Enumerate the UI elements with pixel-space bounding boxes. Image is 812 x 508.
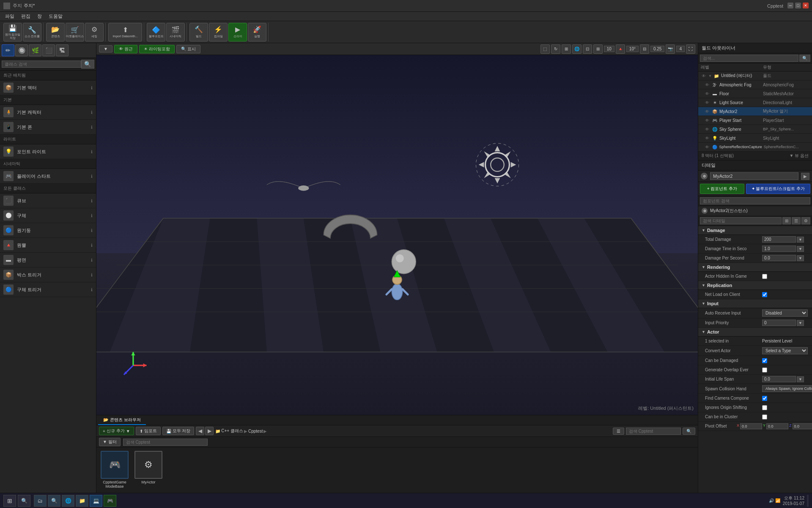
cylinder-info[interactable]: ℹ (91, 228, 93, 233)
nav-back-button[interactable]: ◀ (196, 427, 204, 435)
close-button[interactable]: ✕ (803, 3, 809, 8)
pivot-x-input[interactable] (740, 423, 762, 429)
outliner-item-untitled[interactable]: 👁 ▼ 📁 Untitled (에디터) 폴드 (698, 72, 812, 80)
visibility-player-start[interactable]: 👁 (704, 117, 710, 123)
section-actor[interactable]: ▼ Actor (698, 328, 812, 337)
place-item-cone[interactable]: 🔺 원뿔 ℹ (0, 238, 96, 253)
mode-foliage-button[interactable]: ⬛ (42, 44, 55, 56)
view-options-button[interactable]: ▼ 뷰 옵션 (790, 153, 809, 159)
import-button[interactable]: ⬆ 임포트 (136, 427, 161, 435)
outliner-item-skylight[interactable]: 👁 💡 SkyLight SkyLight (698, 134, 812, 143)
menu-edit[interactable]: 편집 (18, 12, 34, 20)
visibility-sphere-reflection[interactable]: 👁 (704, 144, 710, 150)
rotate-button[interactable]: ↻ (551, 44, 560, 54)
import-datasmith-button[interactable]: ⬆ Import Datasmith... (108, 23, 142, 41)
marketplace-button[interactable]: 🛒 마켓플레이스 (66, 23, 84, 41)
place-item-character[interactable]: 🧍 기본 캐릭터 ℹ (0, 105, 96, 120)
search-button[interactable]: 🔍 (18, 495, 30, 507)
source-control-button[interactable]: 🔧 소스 컨트롤 (23, 23, 41, 41)
section-rendering[interactable]: ▼ Rendering (698, 263, 812, 272)
initial-life-span-spinner[interactable]: ▼ (797, 376, 804, 382)
pawn-info[interactable]: ℹ (91, 125, 93, 130)
details-grid-view[interactable]: ⊞ (782, 217, 791, 224)
can-be-damaged-checkbox[interactable] (762, 358, 767, 363)
scale-snap-toggle[interactable]: ⊟ (640, 44, 649, 54)
tab-content-browser[interactable]: 📂 콘텐츠 브라우저 (98, 416, 146, 425)
new-asset-button[interactable]: + 신규 추가 ▼ (99, 427, 134, 435)
add-component-button[interactable]: + 컴포넌트 추가 (700, 184, 744, 194)
menu-file[interactable]: 파일 (2, 12, 18, 20)
expand-arrow-untitled[interactable]: ▼ (708, 74, 712, 78)
character-info[interactable]: ℹ (91, 110, 93, 115)
place-item-pawn[interactable]: 📱 기본 폰 ℹ (0, 120, 96, 135)
point-light-info[interactable]: ℹ (91, 149, 93, 154)
toggle-sources-button[interactable]: ☰ (613, 428, 624, 435)
place-item-cylinder[interactable]: 🔵 원기둥 ℹ (0, 223, 96, 238)
menu-help[interactable]: 도움말 (45, 12, 66, 20)
outliner-item-sphere-reflection[interactable]: 👁 🔵 SphereReflectionCapture SphereReflec… (698, 143, 812, 152)
details-list-view[interactable]: ☰ (792, 217, 801, 224)
viewport[interactable]: 레벨: Untitled (퍼시스턴트) (96, 55, 698, 415)
viewport-dropdown-button[interactable]: ▼ (99, 45, 112, 52)
auto-receive-select[interactable]: Disabled (762, 309, 808, 317)
cinematic-button[interactable]: 🎬 시네마틱 (166, 23, 185, 41)
nav-forward-button[interactable]: ▶ (205, 427, 214, 435)
compile-button[interactable]: ⚡ 컴파일 (209, 23, 228, 41)
visibility-untitled[interactable]: 👁 (701, 73, 707, 79)
mode-geometry-button[interactable]: 🏗 (56, 44, 69, 56)
maximize-viewport-button[interactable]: ⛶ (686, 44, 695, 54)
play-button[interactable]: ▶ 선라이 (228, 23, 247, 41)
details-options[interactable]: ⚙ (801, 217, 810, 224)
ignores-origin-checkbox[interactable] (762, 405, 767, 410)
settings-button[interactable]: ⚙ 세팅 (85, 23, 104, 41)
damage-time-input[interactable] (762, 246, 796, 252)
taskbar-app-1[interactable]: 🗂 (34, 495, 47, 507)
minimize-button[interactable]: ─ (787, 3, 793, 8)
perspective-button[interactable]: 👁 원근 (114, 45, 137, 53)
place-item-player-start[interactable]: 🎮 플레이어 스타트 ℹ (0, 169, 96, 184)
place-item-plane[interactable]: ▬ 평면 ℹ (0, 253, 96, 268)
start-button[interactable]: ⊞ (3, 495, 16, 507)
pivot-z-input[interactable] (793, 423, 812, 429)
taskbar-app-2[interactable]: 🔍 (48, 495, 60, 507)
outliner-item-atmospheric[interactable]: 👁 🌫 Atmospheric Fog AtmosphericFog (698, 80, 812, 89)
visibility-atmospheric[interactable]: 👁 (704, 82, 710, 88)
save-all-button[interactable]: 💾 모두 저장 (162, 427, 195, 435)
place-item-point-light[interactable]: 💡 포인트 라이트 ℹ (0, 144, 96, 159)
place-search-input[interactable] (2, 61, 81, 68)
camera-speed-button[interactable]: 📷 (666, 44, 675, 54)
outliner-item-sky-sphere[interactable]: 👁 🌐 Sky Sphere BP_Sky_Sphere... (698, 125, 812, 134)
place-item-sphere-trigger[interactable]: 🔵 구체 트리거 ℹ (0, 282, 96, 297)
section-damage[interactable]: ▼ Damage (698, 226, 812, 235)
find-camera-checkbox[interactable] (762, 396, 767, 401)
damage-per-second-spinner[interactable]: ▼ (797, 255, 804, 261)
asset-my-actor[interactable]: ⚙ MyActor (134, 451, 163, 484)
scale-snap-value[interactable]: 0.25 (650, 46, 664, 52)
place-item-cube[interactable]: ⬛ 큐브 ℹ (0, 193, 96, 208)
actor-name-input[interactable] (710, 172, 798, 180)
show-desktop-button[interactable] (807, 495, 809, 507)
total-damage-spinner[interactable]: ▼ (797, 237, 804, 243)
angle-snap-value[interactable]: 10° (626, 46, 639, 52)
taskbar-app-vs[interactable]: 💻 (90, 495, 102, 507)
blueprint-button[interactable]: 🔷 블루프린트 (147, 23, 165, 41)
sphere-info[interactable]: ℹ (91, 213, 93, 218)
cb-search-button[interactable]: 🔍 (683, 428, 695, 435)
save-button[interactable]: 💾 원자 컴파일 저장 (3, 23, 22, 41)
path-cpptest[interactable]: Cpptest (248, 429, 263, 433)
spawn-collision-select[interactable]: Always Spawn, Ignore Collisions (762, 385, 812, 392)
net-load-checkbox[interactable] (762, 292, 767, 297)
visibility-skylight[interactable]: 👁 (704, 135, 710, 141)
launch-button[interactable]: 🚀 실행 (248, 23, 266, 41)
input-priority-spinner[interactable]: ▼ (797, 320, 804, 326)
plane-info[interactable]: ℹ (91, 258, 93, 262)
details-search-input[interactable] (700, 217, 782, 224)
outliner-item-myactor2[interactable]: 👁 📦 MyActor2 MyActor 열기 (698, 107, 812, 116)
grid-snap-value[interactable]: 10 (604, 46, 614, 52)
outliner-item-light-source[interactable]: 👁 ☀ Light Source DirectionalLight (698, 98, 812, 107)
content-button[interactable]: 📂 콘텐츠 (46, 23, 65, 41)
outliner-search-input[interactable] (700, 55, 798, 62)
outliner-item-floor[interactable]: 👁 ▬ Floor StaticMeshActor (698, 89, 812, 98)
mode-landscape-button[interactable]: 🌿 (29, 44, 41, 56)
lighting-button[interactable]: ☀ 라이팅포함 (139, 45, 175, 53)
